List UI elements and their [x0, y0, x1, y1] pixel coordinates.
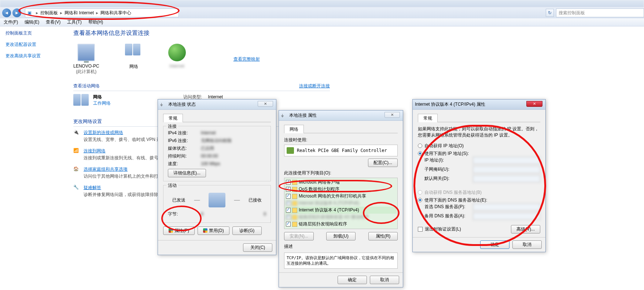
label-validate[interactable]: 退出时验证设置(L) [425, 226, 461, 232]
network-type-icon [73, 94, 89, 110]
label-auto-ip[interactable]: 自动获得 IP 地址(O) [424, 143, 464, 148]
client-icon [292, 180, 297, 185]
advanced-button[interactable]: 高级(V)... [511, 225, 540, 233]
menu-help[interactable]: 帮助(H) [88, 19, 103, 25]
ok-button[interactable]: 确定 [338, 276, 367, 284]
tab-general[interactable]: 常规 [163, 114, 183, 122]
item-properties-button[interactable]: 属性(R) [368, 232, 398, 240]
link-connect-disconnect[interactable]: 连接或断开连接 [299, 83, 330, 89]
cancel-button[interactable]: 取消 [370, 276, 399, 284]
label-ipv6: IPv6 连接: [168, 138, 201, 144]
dialog-title: 本地连接 状态 [168, 101, 196, 108]
value-ipv6: 无网络访问权限 [201, 138, 232, 144]
label-manual-dns[interactable]: 使用下面的 DNS 服务器地址(E): [424, 197, 487, 203]
breadcrumb[interactable]: ▣ ▸ 控制面板 ▸ 网络和 Internet ▸ 网络和共享中心 [25, 8, 179, 17]
close-button[interactable]: ✕ [258, 101, 273, 107]
label-dns2: 备用 DNS 服务器(A): [418, 213, 473, 219]
menu-tools[interactable]: 工具(T) [67, 19, 81, 25]
dialog-title: Internet 协议版本 4 (TCP/IPv4) 属性 [415, 101, 485, 108]
label-description: 描述 [284, 243, 398, 250]
checkbox[interactable] [286, 215, 291, 220]
input-ip[interactable] [473, 157, 540, 164]
install-button[interactable]: 安装(N)... [284, 232, 314, 240]
link-homegroup[interactable]: 选择家庭组和共享选项 [84, 167, 128, 172]
ok-button[interactable]: 确定 [480, 240, 509, 249]
input-dns1[interactable] [473, 203, 540, 211]
disable-button[interactable]: 禁用(D) [198, 226, 229, 235]
menu-view[interactable]: 查看(V) [46, 19, 60, 25]
link-change-adapter[interactable]: 更改适配器设置 [5, 41, 60, 48]
link-network-type[interactable]: 工作网络 [93, 101, 111, 106]
checkbox[interactable] [286, 180, 291, 185]
link-full-map[interactable]: 查看完整映射 [233, 56, 260, 62]
label-bytes: 字节: [168, 211, 201, 217]
dialog-title: 本地连接 属性 [289, 112, 317, 119]
properties-button[interactable]: 属性(P) [163, 226, 195, 235]
breadcrumb-seg[interactable]: 网络和 Internet [65, 10, 94, 16]
close-button[interactable]: ✕ [526, 101, 542, 107]
list-item: Microsoft 网络的文件和打印机共享 [285, 193, 397, 200]
checkbox[interactable] [286, 194, 291, 199]
tab-general[interactable]: 常规 [418, 114, 438, 122]
checkbox[interactable] [286, 222, 291, 226]
this-pc-icon [77, 44, 95, 61]
menu-file[interactable]: 文件(F) [4, 19, 18, 25]
plug-icon: ⏚ [160, 102, 166, 108]
list-item: 链路层拓扑发现映射器 I/O 驱动程序 [285, 214, 397, 221]
label-gateway: 默认网关(D): [418, 175, 473, 182]
value-duration: 00:00:00 [201, 153, 218, 159]
input-mask[interactable] [473, 166, 540, 173]
label-auto-dns: 自动获得 DNS 服务器地址(B) [424, 190, 482, 195]
label-ip: IP 地址(I): [418, 157, 473, 163]
value-media: 已启用 [201, 145, 214, 152]
input-dns2[interactable] [473, 213, 540, 220]
checkbox[interactable] [286, 201, 291, 206]
link-troubleshoot[interactable]: 疑难解答 [84, 185, 101, 190]
tab-network[interactable]: 网络 [284, 125, 304, 133]
list-item: 链路层拓扑发现响应程序 [285, 221, 397, 228]
link-connect-network[interactable]: 连接到网络 [84, 148, 106, 153]
list-item: Microsoft 网络客户端 [285, 179, 397, 186]
input-gateway[interactable] [473, 175, 540, 182]
value-speed: 100 Mbps [201, 161, 220, 166]
menu-edit[interactable]: 编辑(E) [25, 19, 39, 25]
breadcrumb-seg[interactable]: 控制面板 [40, 10, 58, 16]
label-ipv4: IPv4 连接: [168, 130, 201, 136]
label-media: 媒体状态: [168, 145, 201, 152]
group-connection: 连接 [166, 123, 178, 130]
label-items: 此连接使用下列项目(O): [284, 170, 398, 176]
configure-button[interactable]: 配置(C)... [368, 159, 398, 167]
label-connect-using: 连接时使用: [284, 137, 398, 143]
page-title: 查看基本网络信息并设置连接 [73, 29, 641, 37]
close-button[interactable]: 关闭(C) [243, 243, 272, 252]
radio-auto-ip[interactable] [418, 144, 422, 148]
network-icon [125, 44, 143, 61]
search-input[interactable]: 搜索控制面板 [556, 8, 644, 17]
side-nav: 控制面板主页 更改适配器设置 更改高级共享设置 [5, 30, 60, 64]
service-icon [292, 187, 297, 192]
nav-back-button[interactable]: ◄ [2, 8, 11, 17]
menu-bar: 文件(F) 编辑(E) 查看(V) 工具(T) 帮助(H) [0, 18, 644, 26]
link-adv-sharing[interactable]: 更改高级共享设置 [5, 53, 60, 59]
cancel-button[interactable]: 取消 [512, 240, 542, 249]
checkbox-validate[interactable] [418, 227, 423, 232]
uninstall-button[interactable]: 卸载(U) [326, 232, 356, 240]
label-manual-ip[interactable]: 使用下面的 IP 地址(S): [424, 151, 469, 156]
radio-manual-ip[interactable] [418, 151, 422, 156]
breadcrumb-seg[interactable]: 网络和共享中心 [100, 10, 131, 16]
checkbox[interactable] [286, 208, 291, 213]
refresh-button[interactable]: ↻ [546, 9, 554, 17]
checkbox[interactable] [286, 187, 291, 192]
nav-forward-button[interactable]: ► [12, 8, 21, 17]
list-item: QoS 数据包计划程序 [285, 186, 397, 193]
protocol-list[interactable]: Microsoft 网络客户端 QoS 数据包计划程序 Microsoft 网络… [284, 178, 398, 229]
list-item-ipv4: Internet 协议版本 4 (TCP/IPv4) [285, 207, 397, 214]
link-cp-home[interactable]: 控制面板主页 [5, 30, 60, 36]
value-access-type: Internet [208, 94, 223, 99]
radio-manual-dns[interactable] [418, 198, 422, 202]
details-button[interactable]: 详细信息(E)... [168, 169, 206, 177]
close-button[interactable]: ✕ [384, 112, 400, 118]
link-new-connection[interactable]: 设置新的连接或网络 [84, 130, 123, 135]
diagnose-button[interactable]: 诊断(G) [232, 226, 262, 235]
label-dns1: 首选 DNS 服务器(P): [418, 204, 473, 210]
